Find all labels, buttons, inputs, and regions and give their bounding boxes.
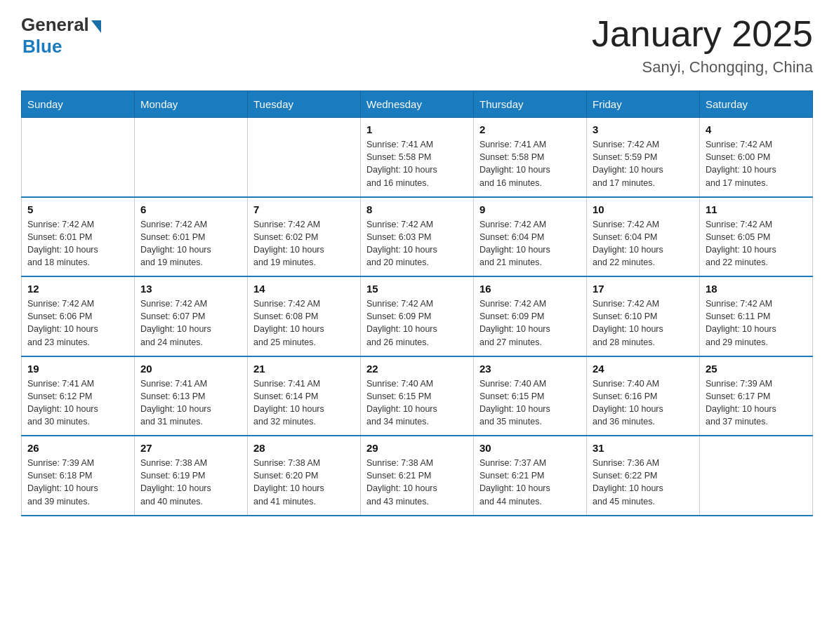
calendar-week-2: 5Sunrise: 7:42 AM Sunset: 6:01 PM Daylig…	[22, 197, 813, 277]
day-info: Sunrise: 7:39 AM Sunset: 6:17 PM Dayligh…	[706, 377, 807, 429]
calendar-cell: 27Sunrise: 7:38 AM Sunset: 6:19 PM Dayli…	[135, 436, 248, 516]
calendar-cell: 23Sunrise: 7:40 AM Sunset: 6:15 PM Dayli…	[474, 356, 587, 436]
day-info: Sunrise: 7:39 AM Sunset: 6:18 PM Dayligh…	[27, 457, 128, 508]
page-header: General Blue January 2025 Sanyi, Chongqi…	[21, 14, 813, 76]
day-info: Sunrise: 7:38 AM Sunset: 6:20 PM Dayligh…	[253, 457, 355, 508]
day-number: 20	[140, 363, 241, 375]
calendar-header-wednesday: Wednesday	[361, 91, 474, 118]
day-number: 26	[27, 442, 128, 454]
calendar-cell: 18Sunrise: 7:42 AM Sunset: 6:11 PM Dayli…	[700, 276, 813, 356]
calendar-header-friday: Friday	[587, 91, 700, 118]
calendar-header-monday: Monday	[135, 91, 248, 118]
calendar-cell: 29Sunrise: 7:38 AM Sunset: 6:21 PM Dayli…	[361, 436, 474, 516]
day-number: 18	[706, 283, 807, 295]
day-info: Sunrise: 7:41 AM Sunset: 6:13 PM Dayligh…	[140, 377, 241, 429]
logo-blue-text: Blue	[22, 36, 62, 58]
calendar-cell: 3Sunrise: 7:42 AM Sunset: 5:59 PM Daylig…	[587, 118, 700, 197]
calendar-header-tuesday: Tuesday	[248, 91, 361, 118]
day-number: 4	[706, 123, 807, 135]
day-info: Sunrise: 7:42 AM Sunset: 6:09 PM Dayligh…	[479, 297, 581, 349]
day-number: 1	[366, 123, 468, 135]
day-info: Sunrise: 7:42 AM Sunset: 6:10 PM Dayligh…	[593, 297, 694, 349]
day-number: 28	[253, 442, 355, 454]
calendar-cell: 13Sunrise: 7:42 AM Sunset: 6:07 PM Dayli…	[135, 276, 248, 356]
calendar-cell: 10Sunrise: 7:42 AM Sunset: 6:04 PM Dayli…	[587, 197, 700, 277]
day-number: 22	[366, 363, 468, 375]
day-info: Sunrise: 7:41 AM Sunset: 6:14 PM Dayligh…	[253, 377, 355, 429]
calendar-cell: 21Sunrise: 7:41 AM Sunset: 6:14 PM Dayli…	[248, 356, 361, 436]
calendar-cell	[22, 118, 135, 197]
day-info: Sunrise: 7:38 AM Sunset: 6:19 PM Dayligh…	[140, 457, 241, 508]
day-number: 9	[479, 203, 581, 215]
calendar-cell: 2Sunrise: 7:41 AM Sunset: 5:58 PM Daylig…	[474, 118, 587, 197]
day-number: 29	[366, 442, 468, 454]
calendar-cell: 1Sunrise: 7:41 AM Sunset: 5:58 PM Daylig…	[361, 118, 474, 197]
day-info: Sunrise: 7:42 AM Sunset: 6:08 PM Dayligh…	[253, 297, 355, 349]
day-info: Sunrise: 7:42 AM Sunset: 6:03 PM Dayligh…	[366, 218, 468, 269]
calendar-header-sunday: Sunday	[22, 91, 135, 118]
logo: General Blue	[21, 14, 101, 58]
day-info: Sunrise: 7:42 AM Sunset: 6:00 PM Dayligh…	[706, 138, 807, 189]
calendar-table: SundayMondayTuesdayWednesdayThursdayFrid…	[21, 90, 813, 516]
day-number: 31	[593, 442, 694, 454]
calendar-cell	[700, 436, 813, 516]
calendar-header-saturday: Saturday	[700, 91, 813, 118]
calendar-cell: 30Sunrise: 7:37 AM Sunset: 6:21 PM Dayli…	[474, 436, 587, 516]
logo-arrow-icon	[91, 20, 101, 33]
day-number: 19	[27, 363, 128, 375]
calendar-cell: 22Sunrise: 7:40 AM Sunset: 6:15 PM Dayli…	[361, 356, 474, 436]
day-info: Sunrise: 7:41 AM Sunset: 6:12 PM Dayligh…	[27, 377, 128, 429]
day-info: Sunrise: 7:38 AM Sunset: 6:21 PM Dayligh…	[366, 457, 468, 508]
day-info: Sunrise: 7:40 AM Sunset: 6:15 PM Dayligh…	[479, 377, 581, 429]
day-number: 2	[479, 123, 581, 135]
calendar-cell: 24Sunrise: 7:40 AM Sunset: 6:16 PM Dayli…	[587, 356, 700, 436]
calendar-cell: 4Sunrise: 7:42 AM Sunset: 6:00 PM Daylig…	[700, 118, 813, 197]
day-info: Sunrise: 7:42 AM Sunset: 6:06 PM Dayligh…	[27, 297, 128, 349]
day-number: 7	[253, 203, 355, 215]
day-info: Sunrise: 7:42 AM Sunset: 6:01 PM Dayligh…	[27, 218, 128, 269]
calendar-week-1: 1Sunrise: 7:41 AM Sunset: 5:58 PM Daylig…	[22, 118, 813, 197]
day-number: 30	[479, 442, 581, 454]
calendar-week-3: 12Sunrise: 7:42 AM Sunset: 6:06 PM Dayli…	[22, 276, 813, 356]
calendar-title: January 2025	[592, 14, 813, 54]
day-number: 24	[593, 363, 694, 375]
day-number: 23	[479, 363, 581, 375]
day-number: 27	[140, 442, 241, 454]
day-info: Sunrise: 7:36 AM Sunset: 6:22 PM Dayligh…	[593, 457, 694, 508]
calendar-cell	[248, 118, 361, 197]
day-number: 15	[366, 283, 468, 295]
day-info: Sunrise: 7:41 AM Sunset: 5:58 PM Dayligh…	[366, 138, 468, 189]
calendar-cell	[135, 118, 248, 197]
day-number: 11	[706, 203, 807, 215]
day-info: Sunrise: 7:40 AM Sunset: 6:16 PM Dayligh…	[593, 377, 694, 429]
calendar-week-5: 26Sunrise: 7:39 AM Sunset: 6:18 PM Dayli…	[22, 436, 813, 516]
calendar-cell: 8Sunrise: 7:42 AM Sunset: 6:03 PM Daylig…	[361, 197, 474, 277]
day-info: Sunrise: 7:42 AM Sunset: 6:04 PM Dayligh…	[479, 218, 581, 269]
logo-general-text: General	[21, 14, 89, 36]
calendar-cell: 7Sunrise: 7:42 AM Sunset: 6:02 PM Daylig…	[248, 197, 361, 277]
day-info: Sunrise: 7:42 AM Sunset: 6:05 PM Dayligh…	[706, 218, 807, 269]
calendar-cell: 28Sunrise: 7:38 AM Sunset: 6:20 PM Dayli…	[248, 436, 361, 516]
calendar-cell: 11Sunrise: 7:42 AM Sunset: 6:05 PM Dayli…	[700, 197, 813, 277]
day-info: Sunrise: 7:40 AM Sunset: 6:15 PM Dayligh…	[366, 377, 468, 429]
day-info: Sunrise: 7:42 AM Sunset: 6:11 PM Dayligh…	[706, 297, 807, 349]
calendar-cell: 5Sunrise: 7:42 AM Sunset: 6:01 PM Daylig…	[22, 197, 135, 277]
calendar-cell: 25Sunrise: 7:39 AM Sunset: 6:17 PM Dayli…	[700, 356, 813, 436]
day-info: Sunrise: 7:42 AM Sunset: 6:01 PM Dayligh…	[140, 218, 241, 269]
day-number: 6	[140, 203, 241, 215]
calendar-week-4: 19Sunrise: 7:41 AM Sunset: 6:12 PM Dayli…	[22, 356, 813, 436]
calendar-cell: 19Sunrise: 7:41 AM Sunset: 6:12 PM Dayli…	[22, 356, 135, 436]
day-number: 5	[27, 203, 128, 215]
title-section: January 2025 Sanyi, Chongqing, China	[592, 14, 813, 76]
day-number: 3	[593, 123, 694, 135]
calendar-cell: 17Sunrise: 7:42 AM Sunset: 6:10 PM Dayli…	[587, 276, 700, 356]
calendar-cell: 6Sunrise: 7:42 AM Sunset: 6:01 PM Daylig…	[135, 197, 248, 277]
day-info: Sunrise: 7:42 AM Sunset: 5:59 PM Dayligh…	[593, 138, 694, 189]
calendar-cell: 20Sunrise: 7:41 AM Sunset: 6:13 PM Dayli…	[135, 356, 248, 436]
day-info: Sunrise: 7:42 AM Sunset: 6:07 PM Dayligh…	[140, 297, 241, 349]
calendar-cell: 26Sunrise: 7:39 AM Sunset: 6:18 PM Dayli…	[22, 436, 135, 516]
calendar-cell: 31Sunrise: 7:36 AM Sunset: 6:22 PM Dayli…	[587, 436, 700, 516]
calendar-cell: 12Sunrise: 7:42 AM Sunset: 6:06 PM Dayli…	[22, 276, 135, 356]
day-number: 21	[253, 363, 355, 375]
calendar-cell: 14Sunrise: 7:42 AM Sunset: 6:08 PM Dayli…	[248, 276, 361, 356]
